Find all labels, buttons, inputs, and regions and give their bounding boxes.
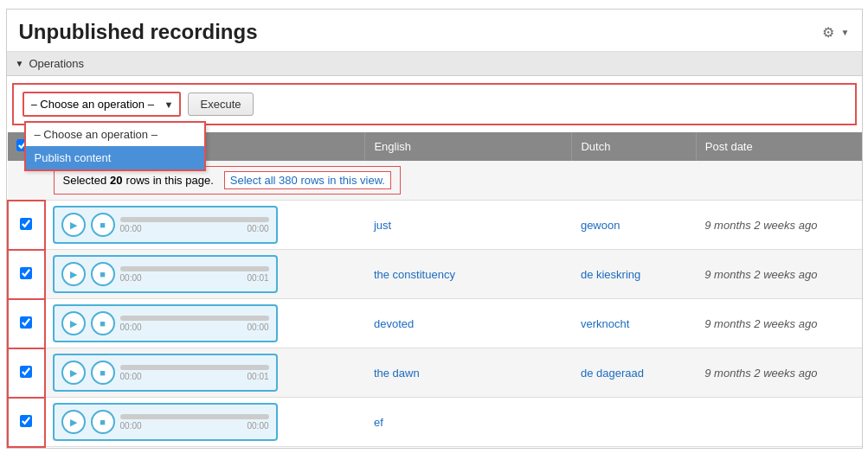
banner-count: 20 [110, 174, 122, 187]
player-bar-wrapper: 00:00 00:00 [120, 316, 269, 332]
player-bar-wrapper: 00:00 00:01 [120, 266, 269, 283]
table-body: Selected 20 rows in this page. Select al… [8, 161, 862, 447]
player-progress-bar [120, 266, 269, 271]
row-checkbox-cell [8, 398, 45, 447]
operations-toggle[interactable]: ▼ Operations [16, 57, 853, 70]
stop-button[interactable]: ■ [91, 213, 115, 237]
operations-triangle-icon: ▼ [16, 59, 24, 68]
operation-row: – Choose an operation – Publish content … [23, 92, 846, 117]
player-times: 00:00 00:00 [120, 322, 269, 332]
player-time-end: 00:01 [247, 273, 268, 283]
page-header: Unpublished recordings ⚙ ▼ [7, 10, 862, 52]
table-row: ▶ ■ 00:00 00:00 ef [8, 398, 862, 447]
row-english-cell[interactable]: the dawn [365, 348, 572, 398]
execute-button[interactable]: Execute [188, 93, 254, 116]
player-times: 00:00 00:00 [120, 421, 269, 431]
th-english-label: English [374, 140, 411, 153]
select-all-rows-link[interactable]: Select all 380 rows in this view. [224, 171, 391, 189]
row-recording-cell: ▶ ■ 00:00 00:00 [45, 201, 365, 250]
player-progress-bar [120, 217, 269, 222]
row-checkbox[interactable] [20, 267, 32, 279]
stop-button[interactable]: ■ [91, 410, 115, 434]
operation-select[interactable]: – Choose an operation – Publish content [24, 93, 179, 115]
gear-area: ⚙ ▼ [817, 21, 850, 44]
player-bar-wrapper: 00:00 00:00 [120, 217, 269, 233]
player-time-start: 00:00 [120, 273, 142, 283]
row-english-cell[interactable]: just [365, 201, 572, 250]
row-postdate-cell: 9 months 2 weeks ago [696, 299, 861, 348]
play-button[interactable]: ▶ [61, 361, 86, 385]
row-checkbox[interactable] [20, 218, 32, 230]
gear-button[interactable]: ⚙ [817, 21, 839, 44]
row-postdate-cell: 9 months 2 weeks ago [696, 348, 861, 398]
player-times: 00:00 00:00 [120, 224, 269, 233]
audio-player: ▶ ■ 00:00 00:00 [53, 304, 278, 342]
th-dutch-label: Dutch [581, 140, 610, 153]
row-recording-cell: ▶ ■ 00:00 00:01 [45, 348, 365, 398]
row-checkbox[interactable] [20, 316, 32, 329]
player-time-start: 00:00 [120, 421, 142, 431]
operation-select-wrapper: – Choose an operation – Publish content … [23, 92, 181, 117]
play-button[interactable]: ▶ [61, 311, 86, 335]
th-english: English [365, 132, 572, 161]
dropdown-item-publish[interactable]: Publish content [26, 146, 204, 169]
row-dutch-cell[interactable]: de dageraad [572, 348, 696, 398]
row-postdate-cell [696, 398, 861, 447]
row-checkbox[interactable] [20, 366, 32, 378]
banner-text-before: Selected [63, 174, 107, 187]
table-row: ▶ ■ 00:00 00:01 the constituencyde kiesk… [8, 250, 862, 299]
audio-player: ▶ ■ 00:00 00:00 [53, 206, 278, 244]
th-dutch: Dutch [572, 132, 696, 161]
operation-dropdown-menu: – Choose an operation – Publish content [24, 121, 206, 171]
player-progress-bar [120, 414, 269, 419]
player-time-start: 00:00 [120, 372, 142, 381]
audio-player: ▶ ■ 00:00 00:00 [53, 403, 278, 441]
table-row: ▶ ■ 00:00 00:00 devotedverknocht9 months… [8, 299, 862, 348]
row-postdate-cell: 9 months 2 weeks ago [696, 201, 861, 250]
player-time-start: 00:00 [120, 224, 142, 233]
play-button[interactable]: ▶ [61, 410, 86, 434]
th-postdate: Post date [696, 132, 861, 161]
play-button[interactable]: ▶ [61, 213, 86, 237]
row-recording-cell: ▶ ■ 00:00 00:01 [45, 250, 365, 299]
table-container: Recording English Dutch Post date [7, 132, 862, 448]
player-time-start: 00:00 [120, 322, 142, 332]
row-dutch-cell[interactable]: gewoon [572, 201, 696, 250]
player-bar-wrapper: 00:00 00:01 [120, 365, 269, 381]
stop-button[interactable]: ■ [91, 262, 115, 286]
data-table: Recording English Dutch Post date [7, 132, 862, 448]
banner-text-mid: rows in this page. [126, 174, 214, 187]
row-recording-cell: ▶ ■ 00:00 00:00 [45, 299, 365, 348]
player-bar-wrapper: 00:00 00:00 [120, 414, 269, 431]
page-title: Unpublished recordings [19, 20, 258, 44]
player-progress-bar [120, 316, 269, 321]
row-checkbox-cell [8, 201, 45, 250]
audio-player: ▶ ■ 00:00 00:01 [53, 255, 278, 293]
row-english-cell[interactable]: ef [365, 398, 572, 447]
row-checkbox-cell [8, 348, 45, 398]
row-dutch-cell[interactable] [572, 398, 696, 447]
stop-button[interactable]: ■ [91, 311, 115, 335]
table-row: ▶ ■ 00:00 00:01 the dawnde dageraad9 mon… [8, 348, 862, 398]
table-row: ▶ ■ 00:00 00:00 justgewoon9 months 2 wee… [8, 201, 862, 250]
row-dutch-cell[interactable]: verknocht [572, 299, 696, 348]
row-checkbox-cell [8, 299, 45, 348]
row-recording-cell: ▶ ■ 00:00 00:00 [45, 398, 365, 447]
player-time-end: 00:01 [247, 372, 268, 381]
player-times: 00:00 00:01 [120, 372, 269, 381]
row-dutch-cell[interactable]: de kieskring [572, 250, 696, 299]
player-time-end: 00:00 [247, 224, 268, 233]
stop-button[interactable]: ■ [91, 361, 115, 385]
audio-player: ▶ ■ 00:00 00:01 [53, 354, 278, 392]
row-english-cell[interactable]: devoted [365, 299, 572, 348]
row-checkbox[interactable] [20, 415, 32, 427]
th-postdate-label: Post date [705, 140, 753, 153]
operations-panel: ▼ Operations [7, 52, 862, 76]
dropdown-item-default[interactable]: – Choose an operation – [26, 123, 204, 146]
player-time-end: 00:00 [247, 421, 268, 431]
gear-dropdown-arrow-icon: ▼ [841, 28, 850, 37]
row-english-cell[interactable]: the constituency [365, 250, 572, 299]
play-button[interactable]: ▶ [61, 262, 86, 286]
row-postdate-cell: 9 months 2 weeks ago [696, 250, 861, 299]
player-times: 00:00 00:01 [120, 273, 269, 283]
